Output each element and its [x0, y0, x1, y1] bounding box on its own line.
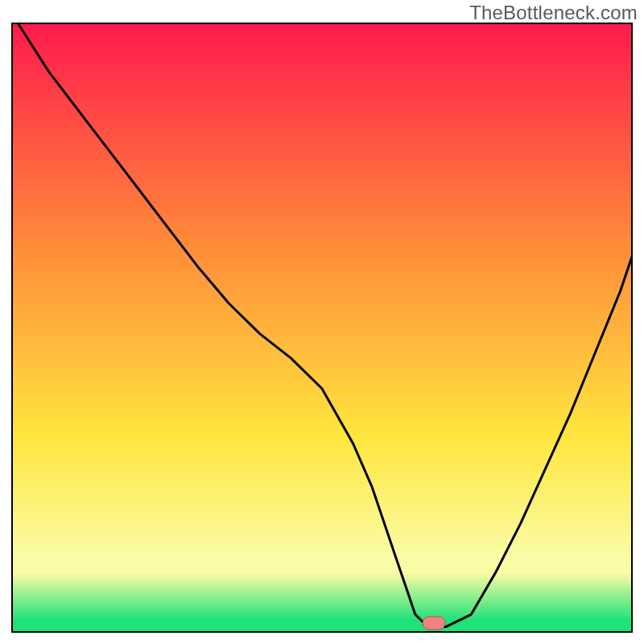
chart-frame: TheBottleneck.com — [0, 0, 644, 644]
watermark-text: TheBottleneck.com — [469, 2, 638, 24]
optimum-marker — [423, 617, 445, 630]
svg-rect-241 — [11, 621, 633, 633]
chart-svg — [11, 23, 633, 633]
gradient-background — [11, 23, 633, 633]
chart-plot — [11, 23, 633, 633]
